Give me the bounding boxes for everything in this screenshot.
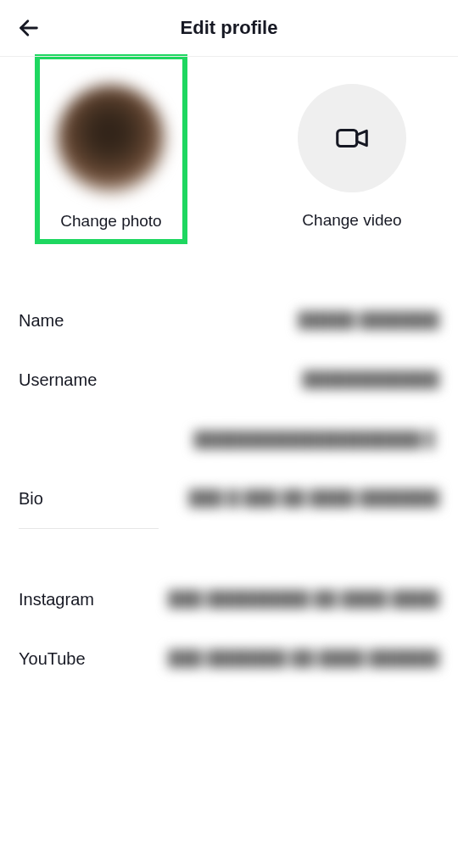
bio-value: ███ █ ███ ██ ████ ███████ bbox=[188, 489, 439, 508]
page-title: Edit profile bbox=[181, 17, 278, 39]
youtube-value: ███ ███████ ██ ████ ███████ bbox=[168, 649, 439, 668]
username-label: Username bbox=[19, 370, 97, 390]
change-photo-label: Change photo bbox=[60, 212, 161, 231]
youtube-row[interactable]: YouTube ███ ███████ ██ ████ ███████ bbox=[19, 629, 439, 688]
change-video-label: Change video bbox=[302, 211, 401, 230]
bio-row[interactable]: Bio ███ █ ███ ██ ████ ███████ bbox=[19, 469, 439, 528]
profile-link-row[interactable]: ████████████████████ ▋ bbox=[19, 409, 439, 469]
profile-link-value: ████████████████████ ▋ bbox=[193, 430, 439, 449]
change-photo-button[interactable]: Change photo bbox=[35, 54, 187, 244]
change-video-button[interactable]: Change video bbox=[281, 57, 423, 244]
name-label: Name bbox=[19, 311, 64, 331]
svg-rect-1 bbox=[338, 130, 357, 146]
video-camera-icon bbox=[332, 119, 371, 158]
bio-label: Bio bbox=[19, 489, 43, 509]
name-row[interactable]: Name █████ ███████ bbox=[19, 291, 439, 350]
back-arrow-icon bbox=[17, 16, 41, 40]
profile-photo-avatar bbox=[57, 85, 165, 193]
instagram-value: ███ █████████ ██ ████ ███████ bbox=[168, 590, 439, 609]
instagram-row[interactable]: Instagram ███ █████████ ██ ████ ███████ bbox=[19, 570, 439, 629]
back-button[interactable] bbox=[15, 14, 42, 42]
profile-video-placeholder bbox=[298, 84, 406, 192]
youtube-label: YouTube bbox=[19, 649, 86, 669]
username-row[interactable]: Username ████████████ bbox=[19, 350, 439, 409]
username-value: ████████████ bbox=[302, 370, 439, 389]
instagram-label: Instagram bbox=[19, 590, 94, 609]
svg-marker-2 bbox=[357, 131, 367, 145]
name-value: █████ ███████ bbox=[298, 311, 439, 330]
